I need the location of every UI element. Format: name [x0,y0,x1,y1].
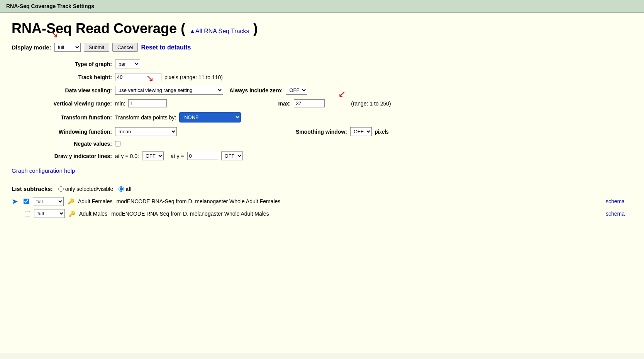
transform-function-row: Transform function: Transform data point… [35,112,632,123]
transform-function-select[interactable]: NONE LOG SQUARE ROOT [179,112,241,123]
max-value-wrapper: ↙ [294,99,325,107]
vertical-range-row: Vertical viewing range: min: max: ↙ (ran… [35,99,632,107]
negate-values-checkbox[interactable] [115,141,120,146]
y-indicator-second-label: at y = [171,153,184,159]
only-selected-radio[interactable] [58,186,64,192]
link-icon: ▲ [189,28,195,34]
display-mode-label: Display mode: [12,44,51,51]
data-view-scaling-select[interactable]: use vertical viewing range setting auto-… [115,86,223,95]
graph-type-select[interactable]: bar points [115,60,140,68]
reset-to-defaults-link[interactable]: Reset to defaults [141,44,191,51]
track-height-input[interactable] [115,73,161,81]
subtrack-2-select[interactable]: full dense hide [34,209,65,218]
vertical-range-min-input[interactable] [128,99,167,107]
y-indicator-lines-label: Draw y indicator lines: [35,153,112,159]
all-radio-label[interactable]: all [119,186,132,192]
display-mode-wrapper: ↘ full dense squish pack hide [54,43,81,52]
windowing-function-row: Windowing function: mean maximum minimum… [35,127,632,136]
page-title-container: RNA-Seq Read Coverage ( ▲All RNA Seq Tra… [12,20,632,37]
subtrack-2-checkbox[interactable] [25,211,30,216]
display-mode-select[interactable]: full dense squish pack hide [54,43,81,52]
all-rna-seq-tracks-link[interactable]: ▲All RNA Seq Tracks [189,28,249,35]
page-title: RNA-Seq Read Coverage [12,20,177,37]
transform-function-label: Transform function: [35,114,112,121]
subtrack-2-schema-link[interactable]: schema [606,211,632,217]
top-bar: RNA-Seq Coverage Track Settings [0,0,644,13]
all-label: all [125,186,132,192]
list-subtracks-header: List subtracks: only selected/visible al… [12,185,632,192]
only-selected-radio-label[interactable]: only selected/visible [58,186,114,192]
smoothing-window-select[interactable]: OFF 3 5 7 [350,127,372,136]
blue-arrow-indicator: ➤ [12,197,18,206]
subtrack-1-schema-link[interactable]: schema [606,198,632,204]
subtrack-1-description: modENCODE RNA-Seq from D. melanogaster W… [116,198,280,204]
subtrack-row-2: full dense hide 🔑 Adult Males modENCODE … [12,209,632,218]
negate-values-row: Negate values: [35,141,632,147]
graph-type-label: Type of graph: [35,61,112,67]
max-label: max: [278,100,291,107]
min-label: min: [115,100,125,107]
smoothing-window-label: Smoothing window: [296,129,347,135]
vertical-range-max-input[interactable] [294,99,325,107]
transform-prefix-text: Transform data points by: [115,114,176,121]
always-include-zero-select[interactable]: OFF ON [286,86,307,95]
always-include-zero-label: Always include zero: [229,87,283,94]
track-height-range: pixels (range: 11 to 110) [164,74,223,80]
data-view-scaling-wrapper: ↘ use vertical viewing range setting aut… [115,86,223,95]
subtrack-2-name: Adult Males [79,211,107,217]
submit-button[interactable]: Submit [84,43,109,52]
subtrack-2-description: modENCODE RNA-Seq from D. melanogaster W… [111,211,269,217]
y-indicator-second-input[interactable] [187,152,218,160]
main-content: RNA-Seq Read Coverage ( ▲All RNA Seq Tra… [0,13,644,353]
graph-type-row: Type of graph: bar points [35,60,632,68]
data-view-scaling-label: Data view scaling: [35,87,112,94]
list-subtracks-section: List subtracks: only selected/visible al… [12,185,632,218]
top-bar-title: RNA-Seq Coverage Track Settings [6,3,94,9]
negate-values-label: Negate values: [35,141,112,147]
all-radio[interactable] [119,186,124,192]
only-selected-label: only selected/visible [65,186,114,192]
y-indicator-lines-row: Draw y indicator lines: at y = 0.0: OFF … [35,151,632,160]
settings-table: Type of graph: bar points Track height: … [35,60,632,160]
wrench-icon-2: 🔑 [69,211,75,217]
subtrack-1-name: Adult Females [78,198,112,204]
subtrack-1-select[interactable]: full dense hide [33,197,64,206]
cancel-button[interactable]: Cancel [112,43,138,52]
display-mode-row: Display mode: ↘ full dense squish pack h… [12,43,632,52]
vertical-range-range-text: (range: 1 to 250) [351,100,391,107]
track-height-wrapper [115,73,161,81]
vertical-range-label: Vertical viewing range: [35,100,112,107]
y-indicator-second-select[interactable]: OFF ON [221,151,243,160]
wrench-icon-1: 🔑 [68,198,74,204]
smoothing-window-suffix: pixels [375,129,389,135]
graph-config-help-link[interactable]: Graph configuration help [12,167,75,174]
windowing-function-select[interactable]: mean maximum minimum [115,127,177,136]
subtrack-row-1: ➤ full dense hide 🔑 Adult Females modENC… [12,197,632,206]
subtrack-1-checkbox[interactable] [24,199,29,204]
windowing-function-label: Windowing function: [35,129,112,135]
y-indicator-first-select[interactable]: OFF ON [142,151,164,160]
list-subtracks-label: List subtracks: [12,185,53,192]
data-view-scaling-row: Data view scaling: ↘ use vertical viewin… [35,86,632,95]
track-height-row: Track height: pixels (range: 11 to 110) [35,73,632,81]
track-height-label: Track height: [35,74,112,80]
y-indicator-first-label: at y = 0.0: [115,153,139,159]
